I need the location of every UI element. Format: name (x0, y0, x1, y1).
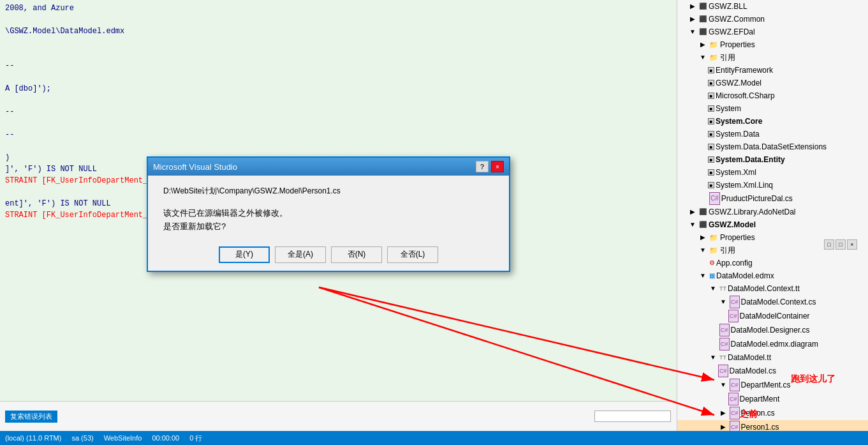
error-list-tab[interactable]: 复索错误列表 (5, 411, 57, 423)
expand-icon: ▶ (688, 1, 698, 11)
ref-icon: ■ (708, 182, 714, 188)
tree-item-mscsharp[interactable]: ■ Microsoft.CSharp (677, 89, 868, 102)
tree-item-library[interactable]: ▶ ⬛ GSWZ.Library.AdoNetDal (677, 206, 868, 218)
search-input[interactable] (594, 411, 671, 422)
tree-label: GSWZ.BLL (709, 1, 747, 12)
tree-item-department[interactable]: C# DepartMent (677, 392, 868, 406)
dialog-yes-button[interactable]: 是(Y) (219, 246, 270, 263)
dialog-titlebar: Microsoft Visual Studio ? × (148, 158, 509, 176)
tree-item-person-cs[interactable]: ▶ C# Person.cs (677, 406, 868, 420)
dialog-close-button[interactable]: × (491, 161, 504, 172)
tree-label: DataModel.cs (730, 365, 776, 377)
tree-item-system-data[interactable]: ■ System.Data (677, 128, 868, 140)
status-server: (local) (11.0 RTM) (5, 434, 61, 442)
dialog-filepath: D:\WebSite计划\Company\GSWZ.Model\Person1.… (163, 186, 494, 197)
tree-item-gswz-model[interactable]: ▼ ⬛ GSWZ.Model (677, 218, 868, 231)
ref-icon: ■ (708, 156, 714, 163)
expand-icon (708, 325, 718, 335)
tree-label: GSWZ.Model (709, 219, 756, 230)
tree-item-datamodel-tt[interactable]: ▼ TT DataModel.tt (677, 351, 868, 364)
editor-line-4 (5, 37, 671, 49)
tree-item-context-cs[interactable]: ▼ C# DataModel.Context.cs (677, 295, 868, 309)
tree-label: Properties (720, 39, 755, 50)
tree-label: System.Data (716, 128, 760, 140)
expand-icon: ▶ (698, 232, 708, 243)
expand-icon: ▶ (688, 207, 698, 217)
tree-label: GSWZ.Library.AdoNetDal (709, 206, 795, 218)
ref-icon: ■ (708, 67, 714, 73)
expand-icon: ▼ (708, 283, 718, 294)
visual-studio-dialog: Microsoft Visual Studio ? × D:\WebSite计划… (147, 156, 510, 272)
editor-line-5 (5, 49, 671, 60)
ref-icon: ■ (708, 169, 714, 176)
tree-label: System.Data.DataSetExtensions (716, 141, 827, 153)
dialog-body: D:\WebSite计划\Company\GSWZ.Model\Person1.… (148, 176, 509, 271)
tree-label: DepartMent.cs (741, 379, 791, 391)
editor-toolbar-btn-3[interactable]: × (847, 239, 857, 250)
tree-item-gswz-common[interactable]: ▶ ⬛ GSWZ.Common (677, 13, 868, 26)
tree-item-gswz-bll[interactable]: ▶ ⬛ GSWZ.BLL (677, 0, 868, 13)
editor-line-1: 2008, and Azure (5, 3, 671, 14)
editor-line-13 (5, 140, 671, 152)
dialog-controls: ? × (476, 161, 504, 172)
expand-icon (698, 193, 708, 204)
tree-item-department-cs[interactable]: ▼ C# DepartMent.cs (677, 378, 868, 392)
tree-item-gswzmodel-ref[interactable]: ■ GSWZ.Model (677, 77, 868, 89)
tree-label: DepartMent (740, 393, 780, 405)
tree-item-datamodel-cs[interactable]: C# DataModel.cs (677, 364, 868, 378)
tree-label: System.Xml (716, 167, 756, 178)
tree-item-diagram[interactable]: C# DataModel.edmx.diagram (677, 337, 868, 351)
ref-icon: ■ (708, 144, 714, 150)
tree-label: 引用 (720, 52, 735, 63)
ref-icon: ■ (708, 93, 714, 99)
tree-item-system-xml-linq[interactable]: ■ System.Xml.Linq (677, 179, 868, 192)
tree-item-system[interactable]: ■ System (677, 102, 868, 115)
editor-line-2 (5, 14, 671, 26)
status-bar: (local) (11.0 RTM) sa (53) WebSiteInfo 0… (0, 431, 868, 445)
editor-toolbar-btn-1[interactable]: □ (824, 239, 834, 250)
tree-label: DataModel.edmx.diagram (731, 338, 818, 350)
tree-label: GSWZ.Model (716, 77, 761, 89)
tree-item-system-data-dse[interactable]: ■ System.Data.DataSetExtensions (677, 140, 868, 153)
tree-item-system-core[interactable]: ■ System.Core (677, 115, 868, 128)
expand-icon: ▼ (698, 52, 708, 63)
tree-item-datamodel-edmx[interactable]: ▼ ▦ DataModel.edmx (677, 269, 868, 282)
solution-explorer[interactable]: ▶ ⬛ GSWZ.BLL ▶ ⬛ GSWZ.Common ▼ ⬛ GSWZ.EF… (677, 0, 868, 445)
tree-item-efdal-ref[interactable]: ▼ 📁 引用 (677, 51, 868, 64)
tree-item-gswz-efdal[interactable]: ▼ ⬛ GSWZ.EFDal (677, 26, 868, 38)
tree-label: DataModel.Context.tt (728, 283, 800, 294)
tree-item-prudctpicture[interactable]: C# PruductPictureDal.cs (677, 192, 868, 206)
dialog-yesall-button[interactable]: 全是(A) (275, 246, 326, 263)
expand-icon: ▶ (688, 14, 698, 24)
tree-label: DataModel.Designer.cs (731, 324, 810, 336)
tree-item-designer-cs[interactable]: C# DataModel.Designer.cs (677, 323, 868, 337)
dialog-no-button[interactable]: 否(N) (331, 246, 382, 263)
tree-label: EntityFramework (716, 64, 773, 76)
editor-line-7 (5, 72, 671, 83)
status-time: 00:00:00 (152, 434, 179, 442)
tree-item-ef[interactable]: ■ EntityFramework (677, 64, 868, 77)
editor-line-6: -- (5, 60, 671, 72)
tree-item-context-tt[interactable]: ▼ TT DataModel.Context.tt (677, 282, 868, 295)
editor-line-3: \GSWZ.Model\DataModel.edmx (5, 26, 671, 37)
ref-icon: ■ (708, 80, 714, 86)
tree-item-appconfig[interactable]: ⚙ App.config (677, 257, 868, 269)
tree-label: System (716, 103, 741, 114)
dialog-noall-button[interactable]: 全否(L) (387, 246, 438, 263)
tree-item-efdal-properties[interactable]: ▶ 📁 Properties (677, 38, 868, 51)
editor-mini-toolbar: □ □ × (824, 239, 857, 250)
bottom-panel: 复索错误列表 (0, 401, 676, 431)
dialog-help-button[interactable]: ? (476, 161, 489, 172)
expand-icon (698, 258, 708, 268)
tree-item-datamodelcontainer[interactable]: C# DataModelContainer (677, 309, 868, 323)
expand-icon: ▼ (688, 27, 698, 37)
editor-toolbar-btn-2[interactable]: □ (835, 239, 846, 250)
dialog-buttons: 是(Y) 全是(A) 否(N) 全否(L) (163, 246, 494, 263)
tree-label: DataModel.edmx (716, 270, 774, 282)
bottom-search-area (594, 411, 671, 422)
tree-item-system-xml[interactable]: ■ System.Xml (677, 166, 868, 179)
ref-icon: ■ (708, 105, 714, 112)
tree-label: DataModelContainer (740, 310, 810, 322)
expand-icon (708, 339, 718, 349)
tree-item-system-data-entity[interactable]: ■ System.Data.Entity (677, 153, 868, 166)
